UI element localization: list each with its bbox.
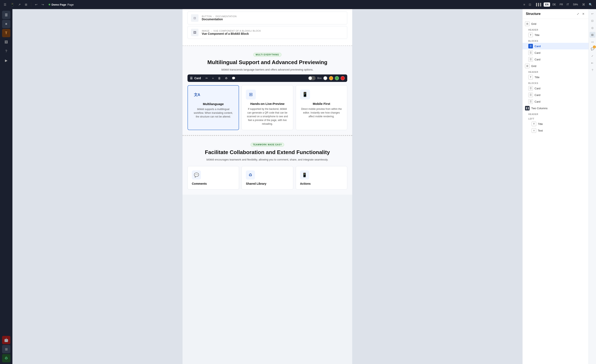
- teamwork-cards-grid: 💬 Comments ♻ Shared Library 📱 Actions: [187, 166, 347, 190]
- tree-title-1[interactable]: T Title: [522, 32, 589, 38]
- undo-btn[interactable]: ↩: [34, 2, 39, 7]
- feature-cards-grid: 文A Multilanguage blökkli supports a mult…: [187, 85, 347, 130]
- tree-two-columns[interactable]: ▌▐ Two Columns: [522, 105, 589, 111]
- feature-card-live-preview[interactable]: ⊞ Hands-on Live-Preview If supported by …: [241, 85, 293, 130]
- color-green[interactable]: [335, 76, 339, 80]
- structure-tree[interactable]: ⊞ Grid HEADER T Title BLOCKS ☰ Card ☰ Ca…: [522, 19, 589, 364]
- tree-card-6[interactable]: ☰ Card: [522, 98, 589, 105]
- tree-text-1-icon: ≡: [532, 128, 536, 133]
- right-globe-icon[interactable]: ◎: [589, 25, 595, 31]
- left-sidebar: ☰ ≡ T 🖼 ? ▶ 🤖 ⊞ ♻: [0, 9, 12, 364]
- page-title: Demo Page Page: [49, 3, 74, 6]
- tree-title-3-label: Title: [538, 123, 543, 125]
- feature-card-live-preview-title: Hands-on Live-Preview: [246, 102, 289, 105]
- feature-card-live-preview-icon: ⊞: [246, 90, 256, 100]
- right-structure-icon[interactable]: ⊟: [589, 32, 595, 38]
- tree-blocks-label-2: BLOCKS: [522, 80, 589, 85]
- lang-fr[interactable]: FR: [558, 2, 564, 7]
- lang-de[interactable]: DE: [551, 2, 557, 7]
- tree-card-3-icon: ☰: [528, 57, 533, 62]
- card-toolbar-text: Card: [194, 77, 201, 80]
- canvas-area[interactable]: ⊡ BUTTON - Documentation Documentation 🖼…: [12, 9, 522, 364]
- teamwork-card-shared-library[interactable]: ♻ Shared Library: [241, 166, 293, 190]
- sidebar-text-btn[interactable]: T: [2, 29, 10, 37]
- doc-card-button[interactable]: ⊡ BUTTON - Documentation Documentation: [187, 12, 347, 24]
- sidebar-list-btn[interactable]: ≡: [2, 20, 10, 28]
- canvas-content: ⊡ BUTTON - Documentation Documentation 🖼…: [183, 9, 352, 364]
- external-link-btn[interactable]: ↗: [17, 2, 22, 7]
- card-comment-btn[interactable]: 💬: [231, 76, 237, 81]
- sidebar-play-btn[interactable]: ▶: [2, 56, 10, 65]
- right-rect-icon[interactable]: ▭: [589, 39, 595, 45]
- card-toolbar-label: ☰ Card: [190, 77, 201, 80]
- sidebar-recycle-btn[interactable]: ♻: [2, 354, 10, 362]
- tree-card-2-icon: ☰: [528, 51, 533, 55]
- color-red[interactable]: [341, 76, 345, 80]
- color-orange[interactable]: [329, 76, 333, 80]
- right-chat-icon[interactable]: 💬 1: [589, 46, 595, 52]
- tree-grid-2[interactable]: ⊞ Grid: [522, 63, 589, 69]
- stripes-icon-btn[interactable]: ≡: [522, 2, 526, 7]
- teamwork-card-comments-title: Comments: [192, 182, 235, 185]
- card-delete-btn[interactable]: 🗑: [217, 76, 222, 81]
- box-toggle-switch[interactable]: [308, 76, 316, 80]
- doc-card-button-title: Documentation: [202, 18, 237, 21]
- right-monitor-icon[interactable]: ⊡: [589, 18, 595, 24]
- tree-card-3[interactable]: ☰ Card: [522, 56, 589, 63]
- right-arrows-icon[interactable]: ⇤: [589, 60, 595, 66]
- tree-grid-2-label: Grid: [531, 65, 536, 68]
- settings-btn[interactable]: ⌘: [581, 2, 586, 7]
- hamburger-menu[interactable]: ☰: [2, 2, 8, 7]
- tree-grid-1[interactable]: ⊞ Grid: [522, 21, 589, 27]
- barcode-btn[interactable]: ▐▐▐: [534, 2, 542, 7]
- tree-card-5[interactable]: ☰ Card: [522, 92, 589, 98]
- monitor-btn[interactable]: ⊡: [528, 2, 532, 7]
- sidebar-ai-btn[interactable]: 🤖: [2, 336, 10, 344]
- feature-card-mobile-first-title: Mobile First: [300, 102, 343, 105]
- sidebar-layout-btn[interactable]: ☰: [2, 11, 10, 19]
- feature-card-multilanguage[interactable]: 文A Multilanguage blökkli supports a mult…: [187, 85, 239, 130]
- lang-it[interactable]: IT: [565, 2, 570, 7]
- structure-expand-btn[interactable]: ⤢: [576, 12, 580, 16]
- tree-grid-1-label: Grid: [531, 22, 536, 25]
- chat-badge: 1: [593, 45, 596, 48]
- tree-title-3[interactable]: T Title: [522, 121, 589, 127]
- panel-area: Structure ⤢ ✕ ⊞ Grid HEADER T Title BL: [522, 9, 596, 364]
- structure-close-btn[interactable]: ✕: [581, 12, 585, 16]
- tree-title-2[interactable]: T Title: [522, 74, 589, 80]
- tree-two-columns-label: Two Columns: [531, 107, 548, 110]
- tree-card-1-selected[interactable]: ☰ Card: [522, 43, 589, 50]
- tree-text-1[interactable]: ≡ Text: [522, 127, 589, 134]
- doc-card-image[interactable]: 🖼 IMAGE - Vue Component of a Blokkli Blo…: [187, 26, 347, 39]
- page-status-dot: [49, 4, 50, 5]
- tree-card-4[interactable]: ☰ Card: [522, 85, 589, 92]
- card-edit-btn[interactable]: ✏: [204, 76, 209, 81]
- box-toggle[interactable]: Box: [308, 76, 322, 80]
- multi-desc: blökkli transcends language barriers and…: [187, 68, 347, 71]
- tree-card-4-icon: ☰: [528, 86, 533, 91]
- card-add-btn[interactable]: +: [211, 76, 215, 81]
- grid-view-btn[interactable]: ⊞: [24, 2, 29, 7]
- right-undo-icon[interactable]: ↩: [589, 11, 595, 16]
- right-question-icon[interactable]: ?: [589, 67, 595, 73]
- topbar: ☰ 📱 ↗ ⊞ ↩ ↪ Demo Page Page ≡ ⊡ ▐▐▐ EN DE…: [0, 0, 596, 9]
- sidebar-table-btn[interactable]: ⊞: [2, 345, 10, 353]
- feature-card-mobile-first[interactable]: 📱 Mobile First Direct mobile preview fro…: [296, 85, 347, 130]
- mobile-preview-btn[interactable]: 📱: [9, 2, 15, 7]
- teamwork-title: Facilitate Collaboration and Extend Func…: [187, 149, 347, 155]
- search-btn[interactable]: 🔍: [588, 2, 594, 7]
- feature-card-live-preview-desc: If supported by the backend, blökkli can…: [246, 107, 289, 126]
- color-white[interactable]: [323, 76, 327, 80]
- redo-btn[interactable]: ↪: [40, 2, 45, 7]
- card-recycle-btn[interactable]: ♻: [224, 76, 229, 81]
- toggle-label: Box: [317, 77, 322, 80]
- teamwork-card-actions[interactable]: 📱 Actions: [296, 166, 347, 190]
- tree-card-2[interactable]: ☰ Card: [522, 50, 589, 56]
- teamwork-card-comments[interactable]: 💬 Comments: [187, 166, 239, 190]
- sidebar-image-btn[interactable]: 🖼: [2, 38, 10, 46]
- lang-en[interactable]: EN: [544, 2, 550, 7]
- zoom-level: 59%: [571, 2, 580, 7]
- right-check-icon[interactable]: ✓: [589, 53, 595, 59]
- tree-text-1-label: Text: [538, 129, 543, 132]
- sidebar-help-btn[interactable]: ?: [2, 47, 10, 55]
